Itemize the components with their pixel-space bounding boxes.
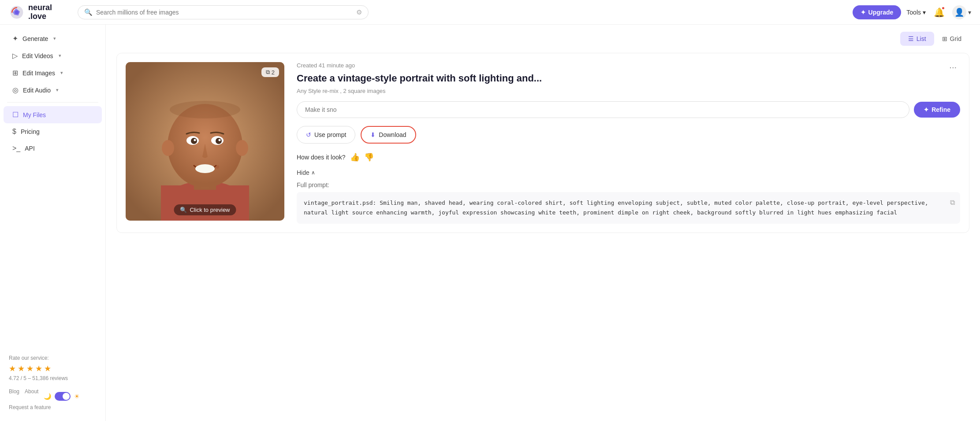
sidebar-divider xyxy=(7,102,98,103)
download-icon: ⬇ xyxy=(370,131,376,138)
grid-label: Grid xyxy=(950,35,961,42)
edit-images-icon: ⊞ xyxy=(12,69,18,77)
content-area: ☰ List ⊞ Grid xyxy=(106,25,980,421)
image-card: ⧉ 2 🔍 Click to preview Created 41 minute… xyxy=(116,53,969,233)
tools-button[interactable]: Tools ▾ xyxy=(906,9,926,16)
tools-label: Tools xyxy=(906,9,921,16)
avatar: 👤 xyxy=(952,5,966,19)
pricing-icon: $ xyxy=(12,128,16,136)
svg-rect-3 xyxy=(161,185,249,221)
refine-button[interactable]: ✦ Refine xyxy=(914,102,960,118)
card-title: Create a vintage-style portrait with sof… xyxy=(297,72,960,85)
sidebar-item-my-files[interactable]: ☐ My Files xyxy=(4,106,102,123)
chevron-icon: ▾ xyxy=(60,70,63,76)
prompt-box: ⧉ vintage_portrait.psd: Smiling man, sha… xyxy=(297,192,960,224)
tools-chevron-icon: ▾ xyxy=(923,9,926,16)
prompt-text: vintage_portrait.psd: Smiling man, shave… xyxy=(304,199,928,216)
view-toggles: ☰ List ⊞ Grid xyxy=(116,32,969,46)
sidebar-item-label: API xyxy=(25,145,35,152)
svg-point-11 xyxy=(216,138,222,144)
sidebar: ✦ Generate ▾ ▷ Edit Videos ▾ ⊞ Edit Imag… xyxy=(0,25,106,421)
generate-icon: ✦ xyxy=(12,34,18,43)
sidebar-item-label: Edit Videos xyxy=(22,52,53,59)
sidebar-item-label: Edit Images xyxy=(22,70,55,77)
refine-sparkle-icon: ✦ xyxy=(924,106,929,113)
toggle-track[interactable] xyxy=(55,392,71,401)
nav-right: ✦ Upgrade Tools ▾ 🔔 👤 ▾ xyxy=(853,4,971,20)
preview-label: 🔍 Click to preview xyxy=(174,204,236,215)
top-navigation: neural .love 🔍 ⚙ ✦ Upgrade Tools ▾ 🔔 👤 ▾ xyxy=(0,0,980,25)
stack-badge: ⧉ 2 xyxy=(261,67,279,77)
sidebar-item-generate[interactable]: ✦ Generate ▾ xyxy=(4,30,102,47)
sidebar-item-label: Edit Audio xyxy=(23,87,51,94)
use-prompt-icon: ↺ xyxy=(306,131,311,138)
stack-icon: ⧉ xyxy=(266,69,270,76)
blog-link[interactable]: Blog xyxy=(9,388,19,401)
star-5[interactable]: ★ xyxy=(44,364,51,373)
sidebar-item-label: My Files xyxy=(23,111,46,118)
logo-icon xyxy=(9,4,25,20)
list-icon: ☰ xyxy=(908,35,914,42)
refine-input[interactable] xyxy=(297,101,909,118)
hide-row[interactable]: Hide ∧ xyxy=(297,169,960,176)
list-view-button[interactable]: ☰ List xyxy=(900,32,934,46)
download-label: Download xyxy=(379,131,406,138)
portrait-image xyxy=(126,62,284,221)
upgrade-label: Upgrade xyxy=(868,9,894,16)
logo-text: neural .love xyxy=(28,4,52,21)
grid-view-button[interactable]: ⊞ Grid xyxy=(934,32,969,46)
image-thumbnail[interactable]: ⧉ 2 🔍 Click to preview xyxy=(126,62,284,221)
list-label: List xyxy=(917,35,926,42)
sidebar-footer: Rate our service: ★ ★ ★ ★ ★ 4.72 / 5 – 5… xyxy=(0,350,105,416)
svg-point-0 xyxy=(15,10,19,14)
star-4[interactable]: ★ xyxy=(35,364,42,373)
stars-container: ★ ★ ★ ★ ★ xyxy=(9,364,97,373)
sun-icon: ☀ xyxy=(74,393,80,400)
user-menu-button[interactable]: 👤 ▾ xyxy=(952,5,971,19)
user-chevron-icon: ▾ xyxy=(968,9,971,16)
chevron-icon: ▾ xyxy=(53,36,56,41)
about-link[interactable]: About xyxy=(25,388,38,401)
sidebar-item-pricing[interactable]: $ Pricing xyxy=(4,123,102,140)
sidebar-bottom-links: Blog About 🌙 ☀ xyxy=(9,388,97,401)
preview-search-icon: 🔍 xyxy=(180,207,187,213)
notifications-button[interactable]: 🔔 xyxy=(931,4,947,20)
search-input[interactable] xyxy=(96,9,353,16)
star-1[interactable]: ★ xyxy=(9,364,16,373)
style-link[interactable]: Any Style re-mix xyxy=(297,88,339,94)
card-subtitle: Any Style re-mix , 2 square images xyxy=(297,88,960,94)
sidebar-item-edit-images[interactable]: ⊞ Edit Images ▾ xyxy=(4,64,102,81)
thumbs-up-button[interactable]: 👍 xyxy=(350,152,360,162)
upgrade-button[interactable]: ✦ Upgrade xyxy=(853,5,902,19)
action-row: ↺ Use prompt ⬇ Download xyxy=(297,126,960,144)
search-filter-icon[interactable]: ⚙ xyxy=(356,8,362,16)
star-2[interactable]: ★ xyxy=(18,364,25,373)
svg-point-14 xyxy=(195,164,215,173)
card-subtitle-suffix: , 2 square images xyxy=(340,88,385,94)
svg-point-7 xyxy=(236,140,248,156)
rate-label: Rate our service: xyxy=(9,355,97,361)
thumbs-down-button[interactable]: 👎 xyxy=(364,152,374,162)
theme-toggle[interactable]: 🌙 ☀ xyxy=(44,392,80,401)
request-feature-link[interactable]: Request a feature xyxy=(9,404,97,410)
star-3[interactable]: ★ xyxy=(26,364,34,373)
sidebar-item-edit-videos[interactable]: ▷ Edit Videos ▾ xyxy=(4,47,102,64)
copy-icon[interactable]: ⧉ xyxy=(950,196,955,208)
sidebar-item-label: Generate xyxy=(22,35,48,42)
moon-icon: 🌙 xyxy=(44,393,51,400)
main-layout: ✦ Generate ▾ ▷ Edit Videos ▾ ⊞ Edit Imag… xyxy=(0,25,980,421)
card-info: Created 41 minute ago ··· Create a vinta… xyxy=(297,62,960,224)
sidebar-item-edit-audio[interactable]: ◎ Edit Audio ▾ xyxy=(4,81,102,99)
edit-videos-icon: ▷ xyxy=(12,52,18,60)
more-options-button[interactable]: ··· xyxy=(946,62,960,72)
sidebar-item-api[interactable]: >_ API xyxy=(4,140,102,157)
user-icon: 👤 xyxy=(954,7,964,17)
svg-point-16 xyxy=(170,101,240,118)
rating-text: 4.72 / 5 – 51,386 reviews xyxy=(9,375,97,381)
search-icon: 🔍 xyxy=(84,8,93,16)
download-button[interactable]: ⬇ Download xyxy=(361,126,416,144)
use-prompt-button[interactable]: ↺ Use prompt xyxy=(297,126,355,144)
notification-dot xyxy=(941,6,945,10)
api-icon: >_ xyxy=(12,144,20,152)
hide-label: Hide xyxy=(297,169,309,176)
